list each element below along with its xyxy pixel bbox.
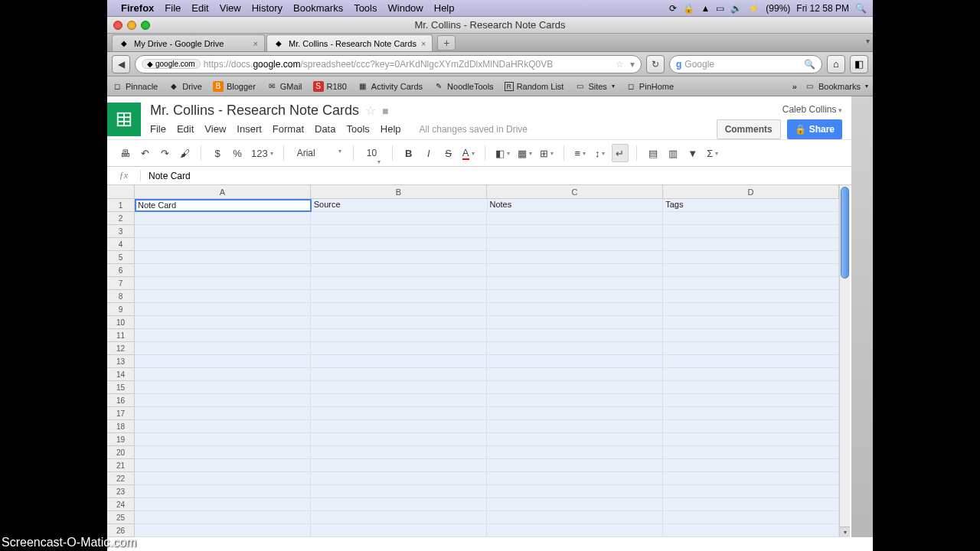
cell[interactable]: [135, 368, 311, 381]
cell[interactable]: Note Card: [135, 199, 312, 212]
cell[interactable]: [135, 420, 311, 433]
app-name[interactable]: Firefox: [121, 2, 154, 14]
cell[interactable]: [663, 485, 839, 498]
menu-file[interactable]: File: [150, 123, 166, 135]
cell[interactable]: [487, 420, 663, 433]
sync-icon[interactable]: ⟳: [669, 3, 677, 14]
close-icon[interactable]: ×: [421, 39, 426, 48]
cell[interactable]: [135, 446, 311, 459]
cell[interactable]: [663, 472, 839, 485]
cell[interactable]: [311, 329, 487, 342]
home-button[interactable]: ⌂: [827, 55, 845, 73]
bm-drive[interactable]: ◆Drive: [168, 81, 202, 92]
cell[interactable]: [487, 342, 663, 355]
fx-icon[interactable]: ƒx: [107, 170, 141, 181]
cell[interactable]: [487, 381, 663, 394]
row-header[interactable]: 12: [107, 342, 134, 355]
dropdown-icon[interactable]: ▾: [630, 59, 635, 70]
cell[interactable]: [311, 472, 487, 485]
cell[interactable]: [311, 407, 487, 420]
row-header[interactable]: 13: [107, 355, 134, 368]
cell[interactable]: [487, 498, 663, 511]
text-color-button[interactable]: A: [460, 144, 477, 162]
menu-edit[interactable]: Edit: [177, 123, 194, 135]
cell[interactable]: [663, 329, 839, 342]
row-header[interactable]: 17: [107, 407, 134, 420]
cell[interactable]: [663, 212, 839, 225]
cell[interactable]: Source: [312, 199, 488, 212]
menu-edit[interactable]: Edit: [191, 2, 208, 14]
cell[interactable]: [487, 394, 663, 407]
cell[interactable]: [135, 238, 311, 251]
menu-view[interactable]: View: [204, 123, 226, 135]
cell[interactable]: [311, 524, 487, 537]
cell[interactable]: [311, 394, 487, 407]
star-icon[interactable]: ☆: [616, 59, 624, 70]
cell[interactable]: [663, 498, 839, 511]
menu-data[interactable]: Data: [315, 123, 335, 135]
menu-tools[interactable]: Tools: [346, 123, 369, 135]
close-icon[interactable]: ×: [253, 39, 258, 48]
cell[interactable]: [135, 303, 311, 316]
row-header[interactable]: 4: [107, 238, 134, 251]
menu-file[interactable]: File: [165, 2, 181, 14]
scrollbar-thumb[interactable]: [841, 187, 849, 279]
cell[interactable]: [135, 251, 311, 264]
print-icon[interactable]: 🖶: [116, 144, 133, 162]
cell[interactable]: [663, 420, 839, 433]
cell[interactable]: [135, 472, 311, 485]
cells-area[interactable]: Note CardSourceNotesTags: [135, 199, 839, 537]
cell[interactable]: [487, 238, 663, 251]
cell[interactable]: [663, 446, 839, 459]
bm-folder[interactable]: ▭Bookmarks▾: [805, 81, 868, 92]
addon-button[interactable]: ◧: [850, 55, 868, 73]
row-header[interactable]: 11: [107, 329, 134, 342]
cell[interactable]: [311, 433, 487, 446]
percent-button[interactable]: %: [229, 144, 246, 162]
cell[interactable]: [135, 329, 311, 342]
row-header[interactable]: 20: [107, 446, 134, 459]
sheets-logo[interactable]: [107, 103, 141, 136]
display-icon[interactable]: ▭: [716, 3, 724, 14]
row-header[interactable]: 9: [107, 303, 134, 316]
bm-blogger[interactable]: BBlogger: [213, 81, 256, 92]
cell[interactable]: [663, 368, 839, 381]
cell[interactable]: [135, 381, 311, 394]
cell[interactable]: [487, 264, 663, 277]
cell[interactable]: [663, 303, 839, 316]
col-header-d[interactable]: D: [663, 185, 839, 198]
bm-pinhome[interactable]: ◻PinHome: [626, 81, 674, 92]
bm-pinnacle[interactable]: ◻Pinnacle: [112, 81, 158, 92]
cell[interactable]: [663, 290, 839, 303]
cell[interactable]: [487, 329, 663, 342]
bm-gmail[interactable]: ✉GMail: [266, 81, 302, 92]
cell[interactable]: [663, 264, 839, 277]
cell[interactable]: [135, 355, 311, 368]
cell[interactable]: [311, 251, 487, 264]
cell[interactable]: Tags: [663, 199, 839, 212]
overflow-icon[interactable]: »: [792, 82, 797, 91]
bm-activity[interactable]: ▦Activity Cards: [358, 81, 423, 92]
row-header[interactable]: 15: [107, 381, 134, 394]
cell[interactable]: [487, 251, 663, 264]
scroll-down-icon[interactable]: ▾: [840, 527, 850, 537]
cell[interactable]: [135, 498, 311, 511]
redo-icon[interactable]: ↷: [156, 144, 173, 162]
cell[interactable]: [135, 277, 311, 290]
row-header[interactable]: 1: [107, 199, 134, 212]
cell[interactable]: [311, 485, 487, 498]
cell[interactable]: [135, 394, 311, 407]
insert-comment-icon[interactable]: ▤: [645, 144, 662, 162]
cell[interactable]: [663, 342, 839, 355]
share-button[interactable]: 🔒Share: [787, 119, 842, 139]
cell[interactable]: [311, 212, 487, 225]
numfmt-button[interactable]: 123: [249, 144, 276, 162]
volume-icon[interactable]: 🔊: [730, 3, 742, 14]
menu-format[interactable]: Format: [273, 123, 304, 135]
cell[interactable]: [487, 459, 663, 472]
menu-tools[interactable]: Tools: [354, 2, 377, 14]
cell[interactable]: [311, 277, 487, 290]
menu-insert[interactable]: Insert: [237, 123, 262, 135]
search-icon[interactable]: 🔍: [855, 3, 867, 14]
vertical-scrollbar[interactable]: ▾: [839, 185, 850, 537]
